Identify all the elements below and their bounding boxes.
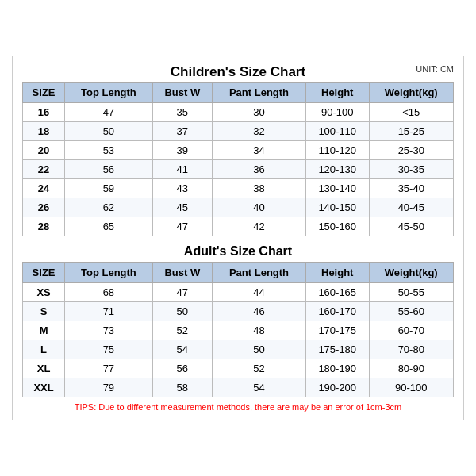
data-cell: 68 (65, 283, 152, 302)
data-cell: 56 (152, 359, 212, 378)
data-cell: 54 (213, 378, 306, 397)
data-cell: 39 (152, 141, 212, 160)
data-cell: 50-55 (369, 283, 454, 302)
chart-container: Children's Size Chart UNIT: CM SIZE Top … (12, 56, 464, 420)
data-cell: 65 (65, 217, 152, 236)
data-cell: 38 (213, 179, 306, 198)
table-row: L755450175-18070-80 (23, 340, 454, 359)
col-height-header: Height (305, 83, 369, 103)
data-cell: 90-100 (305, 103, 369, 122)
data-cell: 54 (152, 340, 212, 359)
adult-table: SIZE Top Length Bust W Pant Length Heigh… (22, 262, 454, 397)
col-top-length-header: Top Length (65, 83, 152, 103)
size-cell: XL (23, 359, 65, 378)
table-row: 24594338130-14035-40 (23, 179, 454, 198)
data-cell: 70-80 (369, 340, 454, 359)
data-cell: 53 (65, 141, 152, 160)
tips-text: TIPS: Due to different measurement metho… (22, 401, 454, 413)
data-cell: 37 (152, 122, 212, 141)
col-pant-length-header: Pant Length (213, 83, 306, 103)
data-cell: 71 (65, 302, 152, 321)
table-row: 28654742150-16045-50 (23, 217, 454, 236)
data-cell: 160-165 (305, 283, 369, 302)
data-cell: 100-110 (305, 122, 369, 141)
adult-header-row: SIZE Top Length Bust W Pant Length Heigh… (23, 263, 454, 283)
col-weight-header: Weight(kg) (369, 83, 454, 103)
data-cell: 140-150 (305, 198, 369, 217)
size-cell: 22 (23, 160, 65, 179)
adult-col-height-header: Height (305, 263, 369, 283)
data-cell: 50 (213, 340, 306, 359)
size-cell: M (23, 321, 65, 340)
table-row: XS684744160-16550-55 (23, 283, 454, 302)
data-cell: 36 (213, 160, 306, 179)
children-section-title: Children's Size Chart UNIT: CM (22, 64, 454, 80)
table-row: S715046160-17055-60 (23, 302, 454, 321)
data-cell: 50 (65, 122, 152, 141)
data-cell: 35-40 (369, 179, 454, 198)
table-row: 20533934110-12025-30 (23, 141, 454, 160)
size-cell: S (23, 302, 65, 321)
data-cell: 48 (213, 321, 306, 340)
data-cell: 35 (152, 103, 212, 122)
adult-col-weight-header: Weight(kg) (369, 263, 454, 283)
table-row: XXL795854190-20090-100 (23, 378, 454, 397)
size-cell: 16 (23, 103, 65, 122)
data-cell: 43 (152, 179, 212, 198)
data-cell: 47 (152, 217, 212, 236)
data-cell: 170-175 (305, 321, 369, 340)
adult-col-size-header: SIZE (23, 263, 65, 283)
adult-section-title: Adult's Size Chart (22, 240, 454, 262)
data-cell: 40-45 (369, 198, 454, 217)
data-cell: 58 (152, 378, 212, 397)
size-cell: 28 (23, 217, 65, 236)
unit-label: UNIT: CM (416, 64, 454, 74)
data-cell: 45-50 (369, 217, 454, 236)
size-cell: 18 (23, 122, 65, 141)
data-cell: 180-190 (305, 359, 369, 378)
data-cell: 52 (152, 321, 212, 340)
data-cell: 62 (65, 198, 152, 217)
data-cell: 120-130 (305, 160, 369, 179)
col-size-header: SIZE (23, 83, 65, 103)
table-row: XL775652180-19080-90 (23, 359, 454, 378)
data-cell: 90-100 (369, 378, 454, 397)
adult-col-pant-length-header: Pant Length (213, 263, 306, 283)
data-cell: 80-90 (369, 359, 454, 378)
children-header-row: SIZE Top Length Bust W Pant Length Heigh… (23, 83, 454, 103)
size-cell: XS (23, 283, 65, 302)
data-cell: 47 (65, 103, 152, 122)
adult-col-top-length-header: Top Length (65, 263, 152, 283)
table-row: 22564136120-13030-35 (23, 160, 454, 179)
data-cell: 25-30 (369, 141, 454, 160)
data-cell: 32 (213, 122, 306, 141)
data-cell: 46 (213, 302, 306, 321)
size-cell: 24 (23, 179, 65, 198)
data-cell: 130-140 (305, 179, 369, 198)
size-cell: 26 (23, 198, 65, 217)
size-cell: 20 (23, 141, 65, 160)
data-cell: 41 (152, 160, 212, 179)
data-cell: 34 (213, 141, 306, 160)
data-cell: 150-160 (305, 217, 369, 236)
data-cell: 190-200 (305, 378, 369, 397)
data-cell: 30-35 (369, 160, 454, 179)
size-cell: L (23, 340, 65, 359)
data-cell: 60-70 (369, 321, 454, 340)
data-cell: 55-60 (369, 302, 454, 321)
table-row: M735248170-17560-70 (23, 321, 454, 340)
data-cell: 47 (152, 283, 212, 302)
data-cell: 73 (65, 321, 152, 340)
table-row: 18503732100-11015-25 (23, 122, 454, 141)
adult-col-bust-w-header: Bust W (152, 263, 212, 283)
data-cell: 75 (65, 340, 152, 359)
data-cell: 15-25 (369, 122, 454, 141)
data-cell: 56 (65, 160, 152, 179)
col-bust-w-header: Bust W (152, 83, 212, 103)
data-cell: 30 (213, 103, 306, 122)
data-cell: 79 (65, 378, 152, 397)
adult-title-text: Adult's Size Chart (184, 244, 292, 258)
data-cell: <15 (369, 103, 454, 122)
data-cell: 44 (213, 283, 306, 302)
children-table: SIZE Top Length Bust W Pant Length Heigh… (22, 82, 454, 236)
